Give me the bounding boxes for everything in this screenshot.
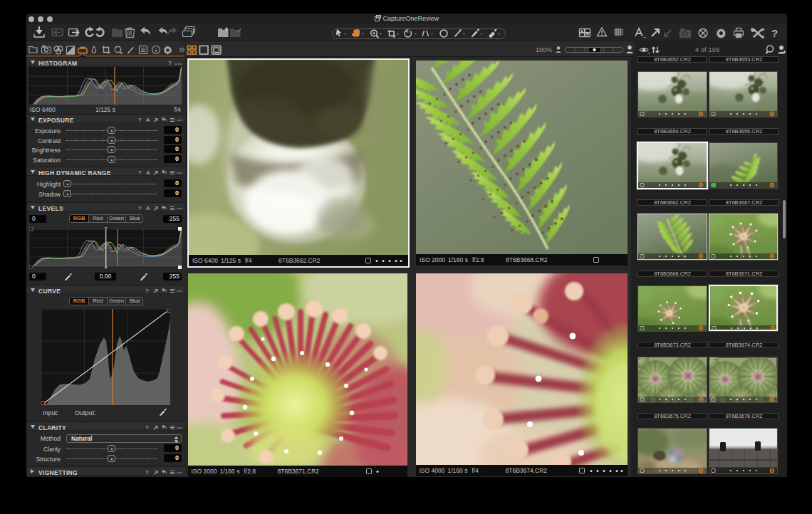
svg-text:?: ?	[138, 117, 142, 123]
svg-text:4 of 196: 4 of 196	[695, 46, 719, 53]
svg-text:A: A	[146, 205, 150, 211]
svg-text:?: ?	[145, 288, 149, 294]
svg-text:?: ?	[138, 169, 142, 176]
svg-text:?: ?	[145, 424, 149, 431]
svg-text:A: A	[146, 169, 150, 176]
svg-text:?: ?	[771, 27, 778, 39]
svg-text:?: ?	[138, 205, 142, 211]
svg-text:100%: 100%	[536, 46, 552, 53]
svg-text:?: ?	[145, 469, 149, 476]
svg-text:A: A	[146, 117, 150, 123]
svg-text:?: ?	[168, 60, 172, 66]
